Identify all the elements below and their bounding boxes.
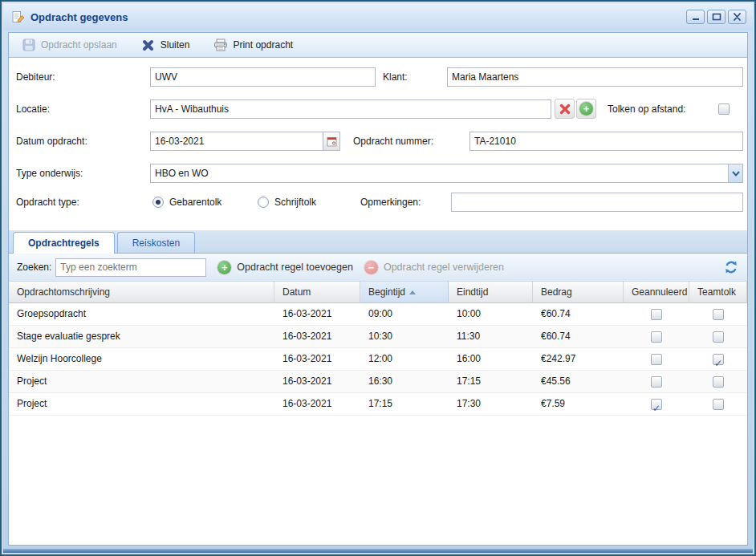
cell-omschrijving: Project (9, 393, 274, 415)
search-input[interactable] (55, 258, 206, 277)
gebarentolk-radio[interactable] (152, 197, 164, 208)
cell-bedrag: €60.74 (533, 303, 624, 325)
table-row[interactable]: Project 16-03-2021 17:15 17:30 €7.59 (9, 393, 747, 416)
content-panel: Opdracht opslaan Sluiten (8, 32, 748, 546)
column-header-eindtijd[interactable]: Eindtijd (449, 282, 533, 303)
printer-icon (213, 39, 228, 51)
teamtolk-checkbox[interactable] (713, 309, 724, 320)
column-header-begintijd[interactable]: Begintijd (360, 282, 449, 303)
opmerkingen-input[interactable] (451, 193, 743, 212)
tab-opdrachtregels[interactable]: Opdrachtregels (13, 232, 115, 254)
cell-omschrijving: Stage evaluatie gesprek (9, 326, 274, 347)
refresh-button[interactable] (722, 258, 740, 276)
schrijftolk-radio[interactable] (258, 197, 269, 208)
column-header-bedrag[interactable]: Bedrag (533, 282, 624, 303)
geannuleerd-checkbox[interactable] (651, 354, 662, 365)
opmerkingen-label: Opmerkingen: (360, 193, 421, 212)
refresh-arrows-icon (724, 260, 738, 274)
klant-input[interactable] (447, 67, 743, 87)
maximize-button[interactable] (707, 10, 726, 24)
tab-reiskosten-label: Reiskosten (132, 237, 180, 249)
cell-begintijd: 10:30 (360, 326, 449, 347)
cell-datum: 16-03-2021 (274, 326, 360, 347)
cell-bedrag: €242.97 (533, 348, 624, 370)
column-header-geannuleerd[interactable]: Geannuleerd (624, 282, 689, 303)
opdracht-nummer-input[interactable] (469, 132, 743, 151)
geannuleerd-checkbox[interactable] (651, 376, 662, 388)
grid-toolbar: Zoeken: + Opdracht regel toevoegen − Opd… (9, 254, 747, 282)
geannuleerd-checkbox[interactable] (651, 309, 662, 320)
calendar-icon (327, 136, 337, 147)
cell-begintijd: 12:00 (360, 348, 449, 370)
cell-begintijd: 09:00 (360, 303, 449, 325)
cell-begintijd: 17:15 (360, 393, 449, 415)
column-header-datum[interactable]: Datum (274, 282, 360, 303)
table-row[interactable]: Groepsopdracht 16-03-2021 09:00 10:00 €6… (9, 303, 747, 326)
table-row[interactable]: Stage evaluatie gesprek 16-03-2021 10:30… (9, 326, 747, 348)
minimize-button[interactable] (686, 10, 705, 24)
geannuleerd-checkbox[interactable] (651, 399, 662, 410)
type-onderwijs-select[interactable]: HBO en WO (150, 164, 743, 183)
save-button[interactable]: Opdracht opslaan (15, 36, 124, 54)
klant-label: Klant: (383, 67, 408, 87)
grid-header: Opdrachtomschrijving Datum Begintijd Ein… (9, 282, 747, 303)
datum-opdracht-field (150, 132, 340, 151)
column-header-teamtolk[interactable]: Teamtolk (689, 282, 747, 303)
locatie-input[interactable] (150, 99, 551, 119)
sort-asc-icon (409, 290, 416, 294)
document-edit-icon (11, 10, 25, 24)
schrijftolk-radio-label: Schrijftolk (274, 193, 316, 212)
teamtolk-checkbox[interactable] (713, 331, 724, 343)
close-button[interactable] (728, 10, 746, 24)
save-button-label: Opdracht opslaan (41, 39, 117, 51)
tolken-op-afstand-checkbox[interactable] (718, 103, 730, 115)
geannuleerd-checkbox[interactable] (651, 331, 662, 343)
cell-begintijd: 16:30 (360, 371, 449, 392)
add-row-button-label: Opdracht regel toevoegen (237, 262, 353, 273)
datum-opdracht-input[interactable] (151, 132, 323, 150)
teamtolk-checkbox[interactable] (713, 354, 724, 365)
print-button[interactable]: Print opdracht (207, 36, 299, 54)
opdracht-gegevens-window: Opdracht gegevens (0, 0, 756, 556)
teamtolk-checkbox[interactable] (713, 399, 724, 410)
cell-bedrag: €7.59 (533, 393, 624, 415)
sluiten-button-label: Sluiten (161, 39, 190, 51)
combo-trigger-button[interactable] (728, 164, 742, 182)
column-header-opdrachtomschrijving[interactable]: Opdrachtomschrijving (9, 282, 274, 303)
minimize-icon (691, 13, 701, 21)
date-picker-button[interactable] (323, 132, 339, 150)
cell-bedrag: €45.56 (533, 371, 624, 392)
cell-omschrijving: Project (9, 371, 274, 392)
teamtolk-checkbox[interactable] (713, 376, 724, 388)
add-location-button[interactable]: + (576, 99, 596, 119)
window-controls (686, 10, 746, 24)
cell-eindtijd: 11:30 (449, 326, 533, 347)
debiteur-label: Debiteur: (16, 67, 55, 87)
gebarentolk-radio-label: Gebarentolk (169, 193, 222, 212)
opdracht-type-label: Opdracht type: (16, 193, 79, 212)
cell-eindtijd: 16:00 (449, 348, 533, 370)
table-row[interactable]: Project 16-03-2021 16:30 17:15 €45.56 (9, 371, 747, 393)
cell-eindtijd: 17:30 (449, 393, 533, 415)
datum-opdracht-label: Datum opdracht: (16, 132, 87, 151)
remove-row-button[interactable]: − Opdracht regel verwijderen (364, 261, 504, 274)
debiteur-input[interactable] (150, 67, 376, 87)
cell-omschrijving: Groepsopdracht (9, 303, 274, 325)
blue-x-icon (141, 39, 156, 51)
sluiten-button[interactable]: Sluiten (135, 36, 197, 54)
tab-reiskosten[interactable]: Reiskosten (117, 232, 195, 253)
table-row[interactable]: Welzijn Hoorcollege 16-03-2021 12:00 16:… (9, 348, 747, 371)
green-plus-circle-icon: + (217, 261, 231, 274)
add-row-button[interactable]: + Opdracht regel toevoegen (217, 261, 353, 274)
zoeken-label: Zoeken: (17, 262, 51, 273)
chevron-down-icon (732, 171, 740, 177)
floppy-disk-icon (22, 39, 36, 51)
locatie-label: Locatie: (16, 99, 50, 119)
remove-row-button-label: Opdracht regel verwijderen (384, 262, 504, 273)
remove-location-button[interactable] (555, 99, 575, 119)
red-x-icon (559, 103, 571, 115)
type-onderwijs-label: Type onderwijs: (16, 164, 83, 183)
type-onderwijs-value: HBO en WO (151, 164, 728, 182)
red-minus-circle-icon: − (364, 261, 378, 274)
cell-datum: 16-03-2021 (274, 348, 360, 370)
